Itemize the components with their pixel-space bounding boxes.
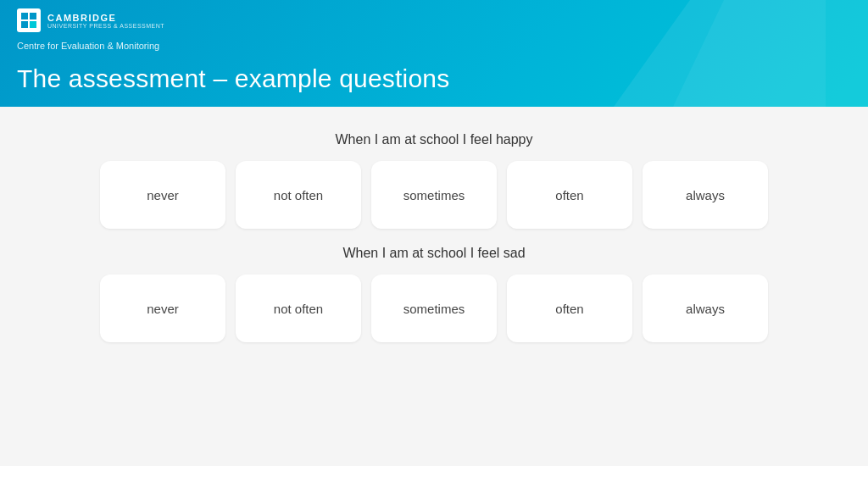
q2-option-sometimes-label: sometimes <box>403 302 465 316</box>
q2-option-never[interactable]: never <box>100 274 225 342</box>
q2-option-never-label: never <box>147 302 179 316</box>
q2-option-always-label: always <box>686 302 725 316</box>
q1-option-often-label: often <box>555 188 583 202</box>
q1-option-always-label: always <box>686 188 725 202</box>
q2-option-sometimes[interactable]: sometimes <box>371 274 497 342</box>
question-block-2: When I am at school I feel sad never not… <box>17 246 851 342</box>
svg-rect-3 <box>30 21 36 28</box>
question-2-options: never not often sometimes often always <box>100 274 768 342</box>
q1-option-always[interactable]: always <box>643 161 768 229</box>
q1-option-never[interactable]: never <box>100 161 225 229</box>
main-content: When I am at school I feel happy never n… <box>0 107 868 466</box>
q2-option-not-often-label: not often <box>274 302 323 316</box>
question-block-1: When I am at school I feel happy never n… <box>17 132 851 229</box>
q2-option-always[interactable]: always <box>643 274 768 342</box>
q1-option-sometimes[interactable]: sometimes <box>371 161 497 229</box>
q1-option-not-often-label: not often <box>274 188 323 202</box>
top-bar: CAMBRIDGE University Press & Assessment <box>0 0 868 39</box>
question-1-options: never not often sometimes often always <box>100 161 768 229</box>
q2-option-often[interactable]: often <box>507 274 632 342</box>
svg-rect-0 <box>21 13 28 19</box>
q1-option-often[interactable]: often <box>507 161 632 229</box>
question-1-text: When I am at school I feel happy <box>335 132 532 147</box>
header: CAMBRIDGE University Press & Assessment … <box>0 0 868 107</box>
question-2-text: When I am at school I feel sad <box>342 246 525 261</box>
q1-option-sometimes-label: sometimes <box>403 188 465 202</box>
svg-rect-1 <box>30 13 36 19</box>
q2-option-often-label: often <box>555 302 583 316</box>
svg-rect-2 <box>21 21 28 28</box>
title-bar: The assessment – example questions <box>0 58 868 107</box>
cambridge-logo-icon <box>17 8 41 32</box>
logo-area: CAMBRIDGE University Press & Assessment <box>17 8 164 34</box>
cambridge-sub: University Press & Assessment <box>47 23 164 29</box>
logo-text: CAMBRIDGE University Press & Assessment <box>47 13 164 29</box>
cambridge-logo: CAMBRIDGE University Press & Assessment <box>17 8 164 32</box>
q1-option-never-label: never <box>147 188 179 202</box>
cambridge-name: CAMBRIDGE <box>47 13 164 23</box>
page-title: The assessment – example questions <box>17 64 851 93</box>
centre-label: Centre for Evaluation & Monitoring <box>0 39 868 58</box>
q2-option-not-often[interactable]: not often <box>236 274 361 342</box>
q1-option-not-often[interactable]: not often <box>236 161 361 229</box>
